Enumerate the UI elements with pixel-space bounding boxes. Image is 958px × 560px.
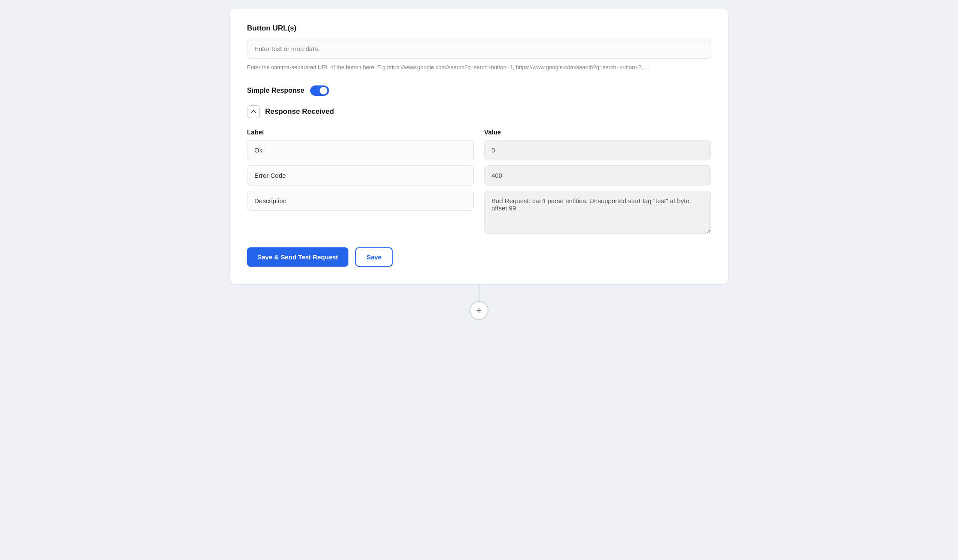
chevron-up-icon <box>250 109 256 115</box>
label-field-0 <box>247 140 474 160</box>
connector-line <box>479 284 479 301</box>
simple-response-row: Simple Response <box>247 85 711 96</box>
button-urls-title: Button URL(s) <box>247 24 711 33</box>
save-send-button[interactable]: Save & Send Test Request <box>247 247 348 267</box>
add-node-button[interactable]: + <box>470 301 488 320</box>
label-field-2 <box>247 191 474 234</box>
label-input-0[interactable] <box>247 140 474 160</box>
fields-grid: Bad Request: can't parse entities: Unsup… <box>247 140 711 234</box>
value-input-0[interactable] <box>484 140 711 160</box>
value-input-1[interactable] <box>484 165 711 186</box>
label-field-1 <box>247 165 474 186</box>
toggle-slider <box>310 85 329 96</box>
buttons-row: Save & Send Test Request Save <box>247 247 711 267</box>
label-col-header: Label <box>247 128 474 136</box>
page-wrapper: Button URL(s) Enter the comma-separated … <box>230 9 728 320</box>
main-card: Button URL(s) Enter the comma-separated … <box>230 9 728 284</box>
value-field-2: Bad Request: can't parse entities: Unsup… <box>484 191 711 234</box>
url-input[interactable] <box>247 39 711 59</box>
accordion-row: Response Received <box>247 105 711 118</box>
label-input-1[interactable] <box>247 165 474 186</box>
columns-header: Label Value <box>247 128 711 136</box>
connector: + <box>470 284 488 320</box>
save-button[interactable]: Save <box>355 247 393 267</box>
url-hint: Enter the comma-separated URL of the but… <box>247 63 711 72</box>
simple-response-toggle[interactable] <box>310 85 329 96</box>
simple-response-label: Simple Response <box>247 87 304 94</box>
accordion-toggle-button[interactable] <box>247 105 260 118</box>
accordion-title: Response Received <box>265 107 334 116</box>
value-col-header: Value <box>484 128 711 136</box>
label-input-2[interactable] <box>247 191 474 211</box>
value-field-1 <box>484 165 711 186</box>
value-field-0 <box>484 140 711 160</box>
value-textarea-2[interactable]: Bad Request: can't parse entities: Unsup… <box>484 191 711 234</box>
